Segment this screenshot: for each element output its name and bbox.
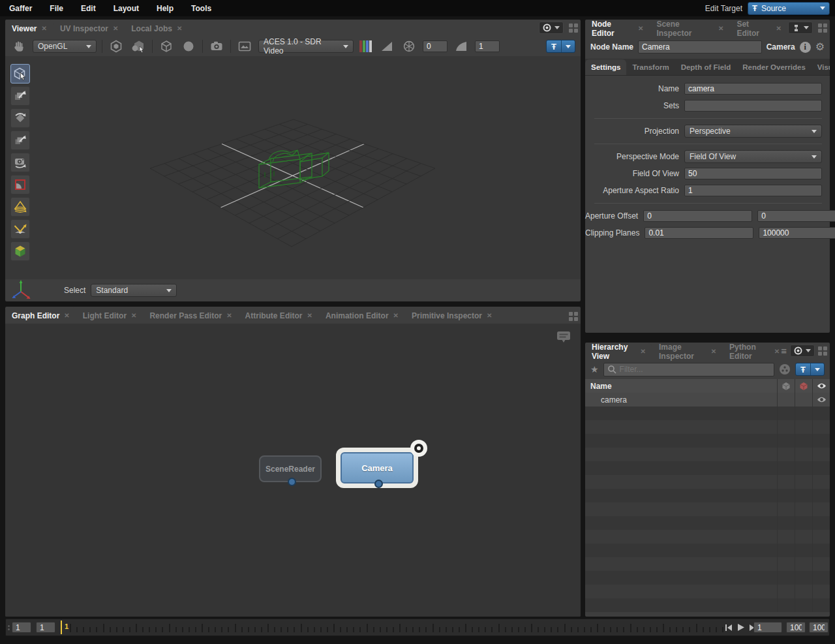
scene-view-tool-button[interactable]: [10, 241, 30, 261]
cell-visibility[interactable]: [812, 393, 830, 406]
close-icon[interactable]: ✕: [307, 312, 312, 319]
end-frame-input[interactable]: [809, 622, 828, 633]
menu-tools[interactable]: Tools: [191, 4, 211, 13]
close-icon[interactable]: ✕: [226, 312, 232, 319]
set-filter-icon[interactable]: [779, 363, 791, 375]
bounding-box-icon[interactable]: [108, 38, 125, 54]
projection-dropdown[interactable]: Perspective: [684, 125, 822, 138]
scale-tool-button[interactable]: [10, 130, 30, 150]
close-icon[interactable]: ✕: [776, 25, 782, 32]
range-start-input[interactable]: [12, 622, 31, 633]
tab-uv-inspector[interactable]: UV Inspector ✕: [53, 20, 125, 37]
tab-image-inspector[interactable]: Image Inspector ✕: [652, 343, 723, 360]
tab-node-editor[interactable]: Node Editor ✕: [585, 20, 650, 37]
gear-icon[interactable]: ⚙: [815, 42, 825, 52]
menu-gaffer[interactable]: Gaffer: [9, 4, 32, 13]
close-icon[interactable]: ✕: [113, 25, 118, 32]
close-icon[interactable]: ✕: [131, 312, 136, 319]
layout-grid-icon[interactable]: [818, 346, 827, 356]
close-icon[interactable]: ✕: [718, 25, 723, 32]
tab-set-editor[interactable]: Set Editor ✕: [730, 20, 788, 37]
select-tool-button[interactable]: [10, 64, 30, 84]
clipping-far-input[interactable]: [759, 227, 835, 239]
perspective-mode-dropdown[interactable]: Field Of View: [684, 150, 822, 163]
play-icon[interactable]: [736, 623, 745, 632]
exposure-icon[interactable]: [378, 38, 395, 54]
menu-file[interactable]: File: [50, 4, 63, 13]
rotate-tool-button[interactable]: [10, 108, 30, 128]
focus-ring-icon[interactable]: [410, 440, 427, 457]
cell-exclusions[interactable]: [795, 393, 812, 406]
tab-hierarchy-view[interactable]: Hierarchy View ✕: [585, 343, 652, 360]
camera-icon[interactable]: [208, 38, 225, 54]
close-icon[interactable]: ✕: [64, 312, 69, 319]
tab-scene-inspector[interactable]: Scene Inspector ✕: [650, 20, 730, 37]
column-header-exclusions[interactable]: [795, 379, 812, 393]
subtab-depth-of-field[interactable]: Depth of Field: [675, 59, 737, 75]
pan-hand-icon[interactable]: [10, 38, 27, 54]
subtab-visual[interactable]: Visual: [812, 59, 830, 75]
column-header-inclusions[interactable]: [777, 379, 795, 393]
render-image-icon[interactable]: [236, 38, 253, 54]
layout-grid-icon[interactable]: [818, 23, 827, 33]
close-icon[interactable]: ✕: [177, 25, 182, 32]
annotation-icon[interactable]: [556, 330, 571, 345]
aperture-offset-y-input[interactable]: [757, 210, 835, 222]
frame-input[interactable]: [753, 622, 782, 633]
tab-animation-editor[interactable]: Animation Editor ✕: [319, 307, 405, 324]
node-name-input[interactable]: [638, 40, 762, 54]
layout-grid-icon[interactable]: [569, 23, 578, 33]
node-graph-canvas[interactable]: SceneReader Camera: [5, 324, 581, 617]
menu-edit[interactable]: Edit: [81, 4, 96, 13]
viewer-pin-button[interactable]: Ŧ: [546, 40, 575, 53]
aperture-offset-x-input[interactable]: [643, 210, 752, 222]
name-field[interactable]: [684, 83, 822, 95]
hierarchy-target-menu-button[interactable]: [790, 345, 815, 357]
gamma-icon[interactable]: [453, 38, 470, 54]
viewport-3d[interactable]: [5, 56, 581, 279]
name-column-header[interactable]: Name: [585, 382, 777, 391]
tab-primitive-inspector[interactable]: Primitive Inspector ✕: [405, 307, 498, 324]
tab-local-jobs[interactable]: Local Jobs ✕: [125, 20, 189, 37]
exposure-input[interactable]: [423, 40, 448, 52]
hamburger-menu-icon[interactable]: ≡: [781, 346, 787, 356]
filter-search-box[interactable]: [603, 363, 774, 376]
menu-help[interactable]: Help: [157, 4, 174, 13]
tab-light-editor[interactable]: Light Editor ✕: [76, 307, 144, 324]
hierarchy-pin-button[interactable]: Ŧ: [795, 363, 825, 376]
hierarchy-row-camera[interactable]: camera: [585, 393, 830, 406]
clipping-near-input[interactable]: [645, 227, 753, 239]
tab-python-editor[interactable]: Python Editor ✕: [723, 343, 781, 360]
column-header-visibility[interactable]: [812, 379, 830, 393]
gamma-input[interactable]: [475, 40, 500, 52]
rgb-channels-icon[interactable]: [359, 38, 373, 54]
camera-tool-button[interactable]: [10, 153, 30, 172]
light-position-tool-button[interactable]: [10, 219, 30, 239]
edit-target-dropdown[interactable]: Ŧ Source: [748, 2, 830, 15]
range-end-input[interactable]: [786, 622, 806, 633]
translate-tool-button[interactable]: [10, 86, 30, 106]
close-icon[interactable]: ✕: [774, 348, 780, 355]
tab-viewer[interactable]: Viewer ✕: [5, 20, 53, 37]
display-transform-dropdown[interactable]: ACES 1.0 - SDR Video: [258, 40, 354, 53]
close-icon[interactable]: ✕: [638, 25, 643, 32]
light-tool-button[interactable]: [10, 197, 30, 217]
aperture-icon[interactable]: [401, 38, 418, 54]
skip-to-start-icon[interactable]: [725, 624, 733, 632]
subtab-transform[interactable]: Transform: [626, 59, 675, 75]
close-icon[interactable]: ✕: [711, 348, 716, 355]
renderer-dropdown[interactable]: OpenGL: [33, 40, 97, 53]
close-icon[interactable]: ✕: [393, 312, 399, 319]
node-output-plug[interactable]: [374, 480, 383, 488]
layout-grid-icon[interactable]: [569, 312, 578, 321]
node-editor-mode-button[interactable]: [788, 22, 813, 34]
node-scenereader[interactable]: SceneReader: [259, 455, 322, 482]
close-icon[interactable]: ✕: [487, 312, 492, 319]
sets-field[interactable]: [684, 100, 822, 112]
node-output-plug[interactable]: [288, 478, 296, 486]
subtab-render-overrides[interactable]: Render Overrides: [736, 59, 812, 75]
selection-mask-icon[interactable]: [130, 38, 147, 54]
tab-graph-editor[interactable]: Graph Editor ✕: [5, 307, 76, 324]
crop-window-tool-button[interactable]: [10, 175, 30, 194]
tab-attribute-editor[interactable]: Attribute Editor ✕: [239, 307, 319, 324]
